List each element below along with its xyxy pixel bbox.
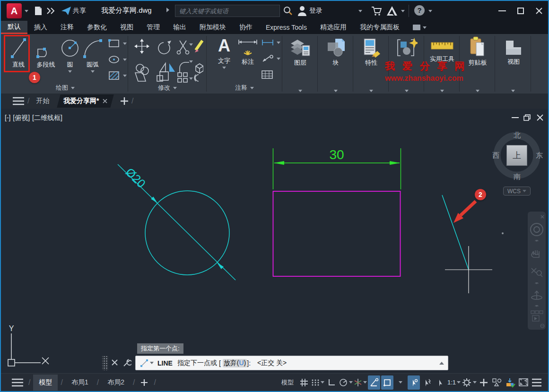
drawing-canvas[interactable]: [-] [俯视] [二维线框] 北 西 东 南 上 WCS — [1, 109, 548, 373]
new-drawing-tab-icon[interactable] — [120, 97, 129, 105]
arc-button[interactable]: 圆弧 — [81, 36, 104, 73]
table-button[interactable] — [261, 70, 273, 81]
minimize-button[interactable] — [498, 10, 506, 11]
tab-addins[interactable]: 附加模块 — [193, 21, 233, 34]
polar-caret-icon[interactable] — [349, 381, 353, 383]
annotation-visibility-icon[interactable] — [408, 375, 420, 390]
polar-tracking-icon[interactable] — [339, 375, 353, 390]
layout-tab-layout2[interactable]: 布局2 — [102, 375, 130, 391]
command-history-caret-icon[interactable] — [150, 362, 154, 364]
clean-screen-icon[interactable] — [517, 375, 530, 390]
layout-menu-icon[interactable] — [11, 378, 24, 387]
ellipse-button[interactable] — [108, 55, 127, 64]
share-button[interactable]: 共享 — [73, 7, 86, 15]
array-caret-icon[interactable] — [189, 77, 193, 80]
linear-dim-button[interactable] — [261, 39, 280, 46]
block-button[interactable]: 块 — [325, 37, 347, 67]
isodraft-caret-icon[interactable] — [363, 381, 367, 383]
tab-view[interactable]: 视图 — [113, 21, 140, 34]
application-menu-icon[interactable] — [12, 97, 25, 105]
fillet-caret-icon[interactable] — [189, 60, 193, 63]
object-snap-caret[interactable] — [394, 375, 407, 390]
panel-draw-footer[interactable]: 绘图 — [3, 84, 128, 92]
status-model-button[interactable]: 模型 — [281, 378, 294, 387]
customization-menu-icon[interactable] — [531, 375, 543, 390]
command-expand-caret-icon[interactable] — [439, 362, 444, 365]
polyline-button[interactable]: 多段线 — [32, 36, 60, 69]
search-icon[interactable] — [283, 6, 293, 16]
new-file-icon[interactable] — [33, 6, 44, 16]
layout-tab-model[interactable]: 模型 — [33, 375, 58, 391]
panel-block-footer[interactable] — [318, 90, 353, 92]
command-palette-grip[interactable] — [102, 356, 108, 370]
tab-home[interactable]: 默认 — [1, 21, 27, 34]
close-document-icon[interactable] — [103, 99, 108, 103]
group-button[interactable] — [396, 37, 418, 59]
layers-button[interactable]: 图层 — [288, 37, 312, 67]
panel-modify-footer[interactable]: 修改 — [129, 84, 206, 92]
grid-icon[interactable] — [298, 375, 310, 390]
object-snap-icon[interactable] — [381, 375, 393, 390]
arc-flyout-caret-icon[interactable] — [91, 70, 95, 73]
scale-caret-icon[interactable] — [457, 381, 461, 383]
tab-output[interactable]: 输出 — [166, 21, 193, 34]
circle-button[interactable]: 圆 — [60, 36, 80, 73]
clipboard-button[interactable]: 剪贴板 — [467, 36, 488, 67]
gear-caret-icon[interactable] — [473, 381, 477, 383]
tab-parametric[interactable]: 参数化 — [80, 21, 113, 34]
autodesk-icon[interactable] — [386, 5, 398, 17]
tab-insert[interactable]: 插入 — [27, 21, 54, 34]
search-input[interactable]: 键入关键字或短语 — [175, 5, 280, 17]
ribbon-collapse-control[interactable] — [413, 21, 427, 34]
snap-caret-icon[interactable] — [321, 381, 324, 383]
panel-groups-footer[interactable] — [389, 90, 424, 92]
command-option-undo[interactable]: 放弃(U) — [223, 359, 247, 367]
help-icon[interactable]: ? — [414, 5, 425, 16]
properties-button[interactable]: 特性 — [360, 37, 382, 67]
tab-express-tools[interactable]: Express Tools — [259, 21, 314, 34]
maximize-button[interactable] — [517, 8, 524, 14]
gear-icon[interactable] — [462, 375, 477, 390]
isodraft-icon[interactable] — [354, 375, 367, 390]
command-wrench-icon[interactable] — [122, 358, 131, 368]
help-caret-icon[interactable] — [428, 10, 432, 12]
text-button[interactable]: A 文字 — [214, 35, 235, 69]
command-line[interactable]: LINE 指定下一点或 [ 放弃(U) ]: <正交 关> — [135, 356, 448, 370]
tab-start[interactable]: 开始 — [32, 97, 53, 105]
signin-caret-icon[interactable] — [358, 10, 362, 12]
annotation-scale-icon[interactable] — [434, 375, 446, 390]
tab-featured-apps[interactable]: 精选应用 — [314, 21, 353, 34]
command-close-icon[interactable] — [111, 359, 119, 366]
panel-utilities-footer[interactable] — [425, 90, 459, 92]
leader-button[interactable] — [261, 55, 280, 62]
panel-properties-footer[interactable] — [354, 90, 388, 92]
view-button[interactable]: 视图 — [503, 38, 524, 66]
panel-view-footer[interactable] — [496, 90, 531, 92]
panel-layers-footer[interactable] — [283, 90, 317, 92]
user-icon[interactable] — [297, 5, 307, 17]
autoscale-icon[interactable] — [421, 375, 433, 390]
circle-flyout-caret-icon[interactable] — [68, 70, 72, 73]
text-flyout-caret-icon[interactable] — [222, 67, 226, 69]
tab-active-document[interactable]: 我爱分享网* — [57, 94, 114, 108]
sign-in-button[interactable]: 登录 — [309, 7, 322, 15]
autodesk-caret-icon[interactable] — [401, 10, 405, 12]
hatch-button[interactable] — [108, 71, 127, 80]
app-menu-caret-icon[interactable] — [25, 10, 28, 12]
trim-caret-icon[interactable] — [189, 43, 193, 46]
search-expand-icon[interactable] — [166, 8, 169, 12]
tab-collaborate[interactable]: 协作 — [233, 21, 259, 34]
status-plus-icon[interactable] — [478, 375, 490, 390]
customize-quick-access-icon[interactable] — [46, 7, 56, 15]
dimension-button[interactable]: 标注 — [236, 36, 259, 66]
graphics-performance-icon[interactable] — [504, 375, 516, 390]
panel-annotation-footer[interactable]: 注释 — [207, 84, 282, 92]
panel-clipboard-footer[interactable] — [460, 90, 495, 92]
tab-annotate[interactable]: 注释 — [54, 21, 80, 34]
annotation-scale-value[interactable]: 1:1 — [447, 375, 461, 390]
snap-mode-icon[interactable] — [311, 375, 324, 390]
tab-custom-panel[interactable]: 我的专属面板 — [353, 21, 406, 34]
cart-icon[interactable] — [371, 6, 382, 16]
layout-tab-layout1[interactable]: 布局1 — [66, 375, 94, 391]
rectangle-button[interactable] — [108, 39, 127, 48]
